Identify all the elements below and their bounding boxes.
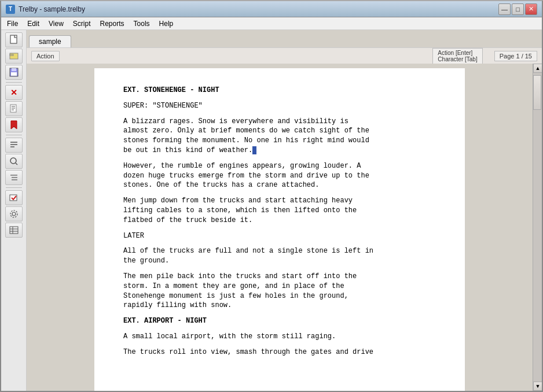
settings-button[interactable] xyxy=(5,206,23,221)
scroll-track[interactable] xyxy=(533,73,542,382)
maximize-button[interactable]: □ xyxy=(512,3,524,15)
svg-rect-4 xyxy=(12,68,16,71)
data-button[interactable] xyxy=(5,223,23,238)
bookmark-button[interactable] xyxy=(5,117,23,132)
menu-tools[interactable]: Tools xyxy=(129,19,155,29)
script-line-1: EXT. STONEHENGE - NIGHT xyxy=(123,86,436,95)
svg-point-21 xyxy=(12,212,16,216)
status-left: Action xyxy=(31,51,60,61)
script-line-10: A small local airport, with the storm st… xyxy=(123,332,436,342)
close-button[interactable]: ✕ xyxy=(525,3,537,15)
script-line-11: The trucks roll into view, smash through… xyxy=(123,347,436,357)
script-line-4: However, the rumble of engines appears, … xyxy=(123,161,436,190)
menu-file[interactable]: File xyxy=(2,19,23,29)
script-line-5: Men jump down from the trucks and start … xyxy=(123,196,436,225)
page-number-label: Page 1 / 15 xyxy=(494,51,537,61)
menu-script[interactable]: Script xyxy=(68,19,96,29)
window-controls: — □ ✕ xyxy=(498,3,537,15)
save-button[interactable] xyxy=(5,65,23,80)
format-button[interactable] xyxy=(5,101,23,116)
delete-button[interactable]: ✕ xyxy=(5,85,23,100)
script-line-8: The men pile back into the trucks and st… xyxy=(123,272,436,310)
separator-2 xyxy=(6,135,22,135)
tab-sample[interactable]: sample xyxy=(29,35,71,47)
svg-marker-10 xyxy=(11,121,17,129)
script-page: EXT. STONEHENGE - NIGHT SUPER: "STONEHEN… xyxy=(94,68,465,391)
script-line-2: SUPER: "STONEHENGE" xyxy=(123,101,436,111)
menu-help[interactable]: Help xyxy=(155,19,178,29)
svg-point-22 xyxy=(10,210,17,217)
separator-1 xyxy=(6,82,22,83)
open-button[interactable] xyxy=(5,49,23,64)
svg-rect-23 xyxy=(10,227,18,234)
script-page-wrapper[interactable]: EXT. STONEHENGE - NIGHT SUPER: "STONEHEN… xyxy=(27,64,533,391)
vertical-scrollbar[interactable]: ▲ ▼ xyxy=(533,64,542,391)
element-hint-label: Action [Enter] Character [Tab] xyxy=(432,48,482,64)
app-icon: T xyxy=(6,5,15,14)
element-status-bar: Action Action [Enter] Character [Tab] Pa… xyxy=(27,47,542,64)
menu-view[interactable]: View xyxy=(44,19,68,29)
script-container: EXT. STONEHENGE - NIGHT SUPER: "STONEHEN… xyxy=(27,64,542,391)
script-line-3: A blizzard rages. Snow is everywhere and… xyxy=(123,117,436,156)
scroll-down-button[interactable]: ▼ xyxy=(533,382,542,391)
spellcheck-button[interactable] xyxy=(5,190,23,205)
window-frame: T Trelby - sample.trelby — □ ✕ File Edit… xyxy=(0,0,543,392)
scroll-thumb[interactable] xyxy=(533,75,541,110)
svg-rect-5 xyxy=(11,72,17,76)
script-line-9: EXT. AIRPORT - NIGHT xyxy=(123,316,436,326)
search-button[interactable] xyxy=(5,154,23,169)
minimize-button[interactable]: — xyxy=(498,3,511,15)
title-bar: T Trelby - sample.trelby — □ ✕ xyxy=(1,1,542,17)
separator-3 xyxy=(6,187,22,188)
window-title: Trelby - sample.trelby xyxy=(19,5,498,13)
new-button[interactable] xyxy=(5,32,23,47)
svg-rect-0 xyxy=(10,35,17,43)
main-area: ✕ xyxy=(1,30,542,391)
script-line-7: All of the trucks are full and not a sin… xyxy=(123,246,436,266)
svg-rect-2 xyxy=(10,54,13,56)
svg-point-14 xyxy=(10,158,16,164)
content-area: sample Action Action [Enter] Character [… xyxy=(27,30,542,391)
script-line-6: LATER xyxy=(123,231,436,241)
svg-line-15 xyxy=(16,163,17,165)
element-type-label: Action xyxy=(31,51,60,61)
status-right: Action [Enter] Character [Tab] Page 1 / … xyxy=(432,48,537,64)
menu-bar: File Edit View Script Reports Tools Help xyxy=(1,17,542,30)
menu-edit[interactable]: Edit xyxy=(23,19,44,29)
scene-list-button[interactable] xyxy=(5,138,23,153)
toolbar: ✕ xyxy=(1,30,27,391)
outline-button[interactable] xyxy=(5,170,23,185)
tab-bar: sample xyxy=(27,30,542,47)
text-cursor xyxy=(252,146,256,154)
scroll-up-button[interactable]: ▲ xyxy=(533,64,542,73)
menu-reports[interactable]: Reports xyxy=(96,19,129,29)
